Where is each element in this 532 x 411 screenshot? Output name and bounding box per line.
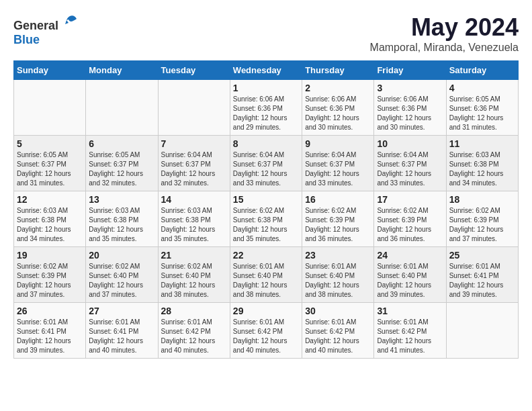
weekday-header-tuesday: Tuesday [158, 61, 230, 80]
calendar-cell [158, 80, 230, 136]
calendar-cell: 24Sunrise: 6:01 AM Sunset: 6:40 PM Dayli… [374, 247, 446, 303]
day-info: Sunrise: 6:01 AM Sunset: 6:40 PM Dayligh… [377, 262, 443, 300]
calendar-cell: 11Sunrise: 6:03 AM Sunset: 6:38 PM Dayli… [446, 136, 518, 191]
day-info: Sunrise: 6:01 AM Sunset: 6:41 PM Dayligh… [449, 262, 515, 300]
calendar-cell: 2Sunrise: 6:06 AM Sunset: 6:36 PM Daylig… [302, 80, 374, 136]
day-number: 1 [233, 83, 299, 93]
calendar-cell: 15Sunrise: 6:02 AM Sunset: 6:38 PM Dayli… [230, 191, 302, 247]
calendar-cell: 16Sunrise: 6:02 AM Sunset: 6:39 PM Dayli… [302, 191, 374, 247]
day-info: Sunrise: 6:03 AM Sunset: 6:38 PM Dayligh… [17, 206, 83, 244]
weekday-header-thursday: Thursday [302, 61, 374, 80]
calendar-cell: 31Sunrise: 6:01 AM Sunset: 6:42 PM Dayli… [374, 303, 446, 359]
calendar-week-row: 5Sunrise: 6:05 AM Sunset: 6:37 PM Daylig… [14, 136, 519, 191]
day-number: 31 [377, 306, 443, 316]
day-number: 20 [89, 250, 154, 261]
calendar-cell [14, 80, 86, 136]
day-info: Sunrise: 6:02 AM Sunset: 6:40 PM Dayligh… [89, 262, 154, 300]
calendar-cell: 20Sunrise: 6:02 AM Sunset: 6:40 PM Dayli… [86, 247, 158, 303]
calendar-cell: 4Sunrise: 6:05 AM Sunset: 6:36 PM Daylig… [446, 80, 518, 136]
weekday-header-sunday: Sunday [14, 61, 86, 80]
weekday-header-friday: Friday [374, 61, 446, 80]
location-subtitle: Mamporal, Miranda, Venezuela [370, 42, 519, 54]
day-number: 18 [449, 194, 515, 205]
calendar-cell: 28Sunrise: 6:01 AM Sunset: 6:42 PM Dayli… [158, 303, 230, 359]
weekday-header-wednesday: Wednesday [230, 61, 302, 80]
day-info: Sunrise: 6:05 AM Sunset: 6:36 PM Dayligh… [449, 95, 515, 132]
day-info: Sunrise: 6:03 AM Sunset: 6:38 PM Dayligh… [449, 150, 515, 188]
calendar-week-row: 19Sunrise: 6:02 AM Sunset: 6:39 PM Dayli… [14, 247, 519, 303]
day-number: 19 [17, 250, 83, 261]
calendar-cell: 26Sunrise: 6:01 AM Sunset: 6:41 PM Dayli… [14, 303, 86, 359]
calendar-cell: 7Sunrise: 6:04 AM Sunset: 6:37 PM Daylig… [158, 136, 230, 191]
day-info: Sunrise: 6:04 AM Sunset: 6:37 PM Dayligh… [233, 150, 299, 188]
day-number: 12 [17, 194, 83, 205]
day-info: Sunrise: 6:01 AM Sunset: 6:42 PM Dayligh… [233, 318, 299, 355]
calendar-week-row: 12Sunrise: 6:03 AM Sunset: 6:38 PM Dayli… [14, 191, 519, 247]
day-info: Sunrise: 6:05 AM Sunset: 6:37 PM Dayligh… [17, 150, 83, 188]
calendar-cell: 13Sunrise: 6:03 AM Sunset: 6:38 PM Dayli… [86, 191, 158, 247]
day-info: Sunrise: 6:01 AM Sunset: 6:40 PM Dayligh… [305, 262, 371, 300]
day-info: Sunrise: 6:03 AM Sunset: 6:38 PM Dayligh… [161, 206, 227, 244]
day-info: Sunrise: 6:02 AM Sunset: 6:40 PM Dayligh… [161, 262, 227, 300]
day-info: Sunrise: 6:03 AM Sunset: 6:38 PM Dayligh… [89, 206, 154, 244]
day-number: 26 [17, 306, 83, 316]
calendar-table: SundayMondayTuesdayWednesdayThursdayFrid… [13, 60, 519, 359]
day-number: 27 [89, 306, 154, 316]
calendar-cell: 27Sunrise: 6:01 AM Sunset: 6:41 PM Dayli… [86, 303, 158, 359]
day-info: Sunrise: 6:01 AM Sunset: 6:42 PM Dayligh… [161, 318, 227, 355]
logo-blue-text: Blue [13, 33, 40, 46]
day-info: Sunrise: 6:06 AM Sunset: 6:36 PM Dayligh… [305, 95, 371, 132]
day-number: 24 [377, 250, 443, 261]
day-info: Sunrise: 6:04 AM Sunset: 6:37 PM Dayligh… [377, 150, 443, 188]
day-info: Sunrise: 6:05 AM Sunset: 6:37 PM Dayligh… [89, 150, 154, 188]
day-info: Sunrise: 6:02 AM Sunset: 6:39 PM Dayligh… [449, 206, 515, 244]
day-number: 13 [89, 194, 154, 205]
calendar-week-row: 1Sunrise: 6:06 AM Sunset: 6:36 PM Daylig… [14, 80, 519, 136]
day-number: 10 [377, 138, 443, 149]
day-number: 16 [305, 194, 371, 205]
day-number: 22 [233, 250, 299, 261]
day-info: Sunrise: 6:04 AM Sunset: 6:37 PM Dayligh… [161, 150, 227, 188]
month-title: May 2024 [370, 13, 519, 42]
day-number: 15 [233, 194, 299, 205]
calendar-cell: 1Sunrise: 6:06 AM Sunset: 6:36 PM Daylig… [230, 80, 302, 136]
day-number: 5 [17, 138, 83, 149]
calendar-cell: 12Sunrise: 6:03 AM Sunset: 6:38 PM Dayli… [14, 191, 86, 247]
day-number: 6 [89, 138, 154, 149]
day-info: Sunrise: 6:02 AM Sunset: 6:39 PM Dayligh… [377, 206, 443, 244]
calendar-cell: 29Sunrise: 6:01 AM Sunset: 6:42 PM Dayli… [230, 303, 302, 359]
day-info: Sunrise: 6:01 AM Sunset: 6:42 PM Dayligh… [305, 318, 371, 355]
day-number: 30 [305, 306, 371, 316]
calendar-cell: 9Sunrise: 6:04 AM Sunset: 6:37 PM Daylig… [302, 136, 374, 191]
calendar-cell [86, 80, 158, 136]
day-number: 23 [305, 250, 371, 261]
calendar-cell: 8Sunrise: 6:04 AM Sunset: 6:37 PM Daylig… [230, 136, 302, 191]
weekday-header-monday: Monday [86, 61, 158, 80]
calendar-cell [446, 303, 518, 359]
day-number: 28 [161, 306, 227, 316]
calendar-week-row: 26Sunrise: 6:01 AM Sunset: 6:41 PM Dayli… [14, 303, 519, 359]
day-info: Sunrise: 6:04 AM Sunset: 6:37 PM Dayligh… [305, 150, 371, 188]
calendar-cell: 21Sunrise: 6:02 AM Sunset: 6:40 PM Dayli… [158, 247, 230, 303]
day-number: 17 [377, 194, 443, 205]
calendar-cell: 3Sunrise: 6:06 AM Sunset: 6:36 PM Daylig… [374, 80, 446, 136]
title-section: May 2024 Mamporal, Miranda, Venezuela [370, 13, 519, 54]
day-number: 9 [305, 138, 371, 149]
weekday-header-saturday: Saturday [446, 61, 518, 80]
day-number: 2 [305, 83, 371, 93]
day-number: 8 [233, 138, 299, 149]
day-number: 21 [161, 250, 227, 261]
calendar-cell: 6Sunrise: 6:05 AM Sunset: 6:37 PM Daylig… [86, 136, 158, 191]
calendar-cell: 19Sunrise: 6:02 AM Sunset: 6:39 PM Dayli… [14, 247, 86, 303]
day-info: Sunrise: 6:02 AM Sunset: 6:39 PM Dayligh… [17, 262, 83, 300]
calendar-cell: 5Sunrise: 6:05 AM Sunset: 6:37 PM Daylig… [14, 136, 86, 191]
day-number: 14 [161, 194, 227, 205]
day-number: 3 [377, 83, 443, 93]
calendar-cell: 18Sunrise: 6:02 AM Sunset: 6:39 PM Dayli… [446, 191, 518, 247]
page-header: General Blue May 2024 Mamporal, Miranda,… [13, 13, 519, 54]
calendar-cell: 14Sunrise: 6:03 AM Sunset: 6:38 PM Dayli… [158, 191, 230, 247]
day-number: 7 [161, 138, 227, 149]
day-info: Sunrise: 6:01 AM Sunset: 6:41 PM Dayligh… [89, 318, 154, 355]
logo-general-text: General [13, 19, 58, 32]
calendar-cell: 25Sunrise: 6:01 AM Sunset: 6:41 PM Dayli… [446, 247, 518, 303]
